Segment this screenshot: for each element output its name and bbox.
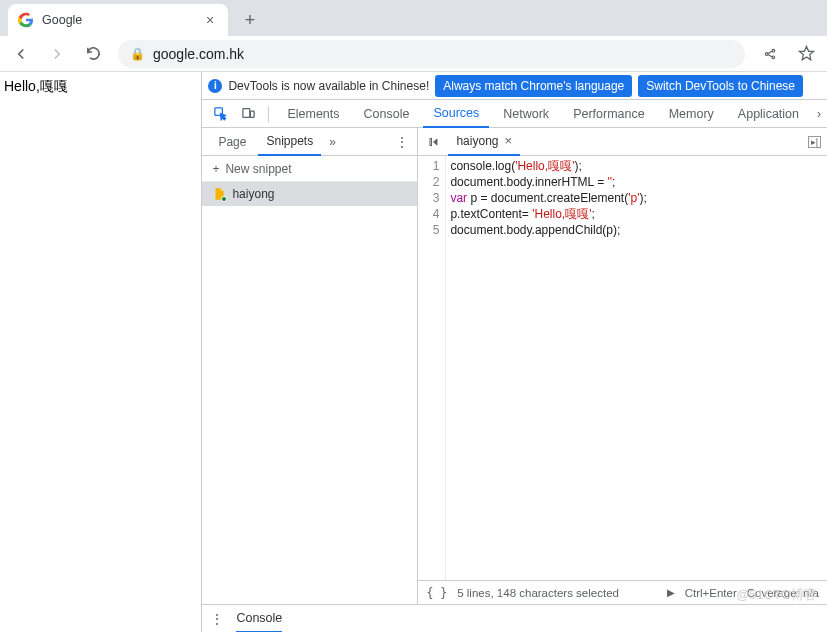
- editor-pane: haiyong × ▸| 12345 console.log('Hello,嘎嘎…: [418, 128, 827, 604]
- switch-chinese-button[interactable]: Switch DevTools to Chinese: [638, 75, 803, 97]
- svg-rect-1: [243, 109, 250, 118]
- run-icon[interactable]: ▶: [667, 587, 675, 598]
- selection-info: 5 lines, 148 characters selected: [457, 587, 619, 599]
- editor-status-bar: { } 5 lines, 148 characters selected ▶ C…: [418, 580, 827, 604]
- banner-message: DevTools is now available in Chinese!: [228, 79, 429, 93]
- nav-tab-snippets[interactable]: Snippets: [258, 128, 321, 156]
- drawer-menu-icon[interactable]: ⋮: [210, 611, 224, 627]
- tab-strip: Google × +: [0, 0, 827, 36]
- bookmark-icon[interactable]: [795, 43, 817, 65]
- line-gutter: 12345: [418, 156, 446, 580]
- tab-elements[interactable]: Elements: [277, 100, 349, 128]
- tab-title: Google: [42, 13, 82, 27]
- page-body: Hello,嘎嘎: [0, 72, 201, 632]
- run-hint: Ctrl+Enter: [685, 587, 737, 599]
- inspect-element-icon[interactable]: [208, 102, 232, 126]
- device-toggle-icon[interactable]: [236, 102, 260, 126]
- snippet-item[interactable]: haiyong: [202, 182, 417, 206]
- editor-prev-icon[interactable]: [424, 132, 444, 152]
- navigator-menu-icon[interactable]: ⋮: [395, 134, 409, 150]
- reload-button[interactable]: [82, 43, 104, 65]
- tab-close-icon[interactable]: ×: [202, 12, 218, 28]
- tab-network[interactable]: Network: [493, 100, 559, 128]
- tab-sources[interactable]: Sources: [423, 100, 489, 128]
- info-icon: i: [208, 79, 222, 93]
- editor-tab-close-icon[interactable]: ×: [504, 133, 512, 148]
- share-icon[interactable]: [759, 43, 781, 65]
- plus-icon: +: [212, 162, 219, 176]
- navigator-pane: Page Snippets » ⋮ + New snippet haiyong: [202, 128, 418, 604]
- snippet-name: haiyong: [232, 187, 274, 201]
- language-banner: i DevTools is now available in Chinese! …: [202, 72, 827, 100]
- coverage-info: Coverage: n/a: [747, 587, 819, 599]
- code-content: console.log('Hello,嘎嘎'); document.body.i…: [446, 156, 827, 580]
- url-text: google.com.hk: [153, 46, 244, 62]
- tab-application[interactable]: Application: [728, 100, 809, 128]
- console-drawer: ⋮ Console: [202, 604, 827, 632]
- format-icon[interactable]: { }: [426, 586, 447, 600]
- lock-icon: 🔒: [130, 47, 145, 61]
- new-snippet-label: New snippet: [225, 162, 291, 176]
- more-tabs-icon[interactable]: »: [329, 135, 336, 149]
- tab-performance[interactable]: Performance: [563, 100, 655, 128]
- match-language-button[interactable]: Always match Chrome's language: [435, 75, 632, 97]
- devtools-tabs: Elements Console Sources Network Perform…: [202, 100, 827, 128]
- drawer-tab-console[interactable]: Console: [236, 605, 282, 633]
- google-favicon-icon: [18, 12, 34, 28]
- chevron-right-icon[interactable]: ›: [817, 107, 821, 121]
- editor-expand-icon[interactable]: ▸|: [808, 136, 821, 148]
- forward-button[interactable]: [46, 43, 68, 65]
- code-editor[interactable]: 12345 console.log('Hello,嘎嘎'); document.…: [418, 156, 827, 580]
- snippet-file-icon: [212, 187, 226, 201]
- back-button[interactable]: [10, 43, 32, 65]
- editor-tab-name: haiyong: [456, 134, 498, 148]
- devtools-panel: i DevTools is now available in Chinese! …: [201, 72, 827, 632]
- editor-tab[interactable]: haiyong ×: [448, 128, 520, 156]
- address-bar[interactable]: 🔒 google.com.hk: [118, 40, 745, 68]
- svg-rect-3: [430, 138, 432, 145]
- tab-memory[interactable]: Memory: [659, 100, 724, 128]
- nav-tab-page[interactable]: Page: [210, 128, 254, 156]
- browser-tab[interactable]: Google ×: [8, 4, 228, 36]
- new-snippet-button[interactable]: + New snippet: [202, 156, 417, 182]
- tab-console[interactable]: Console: [354, 100, 420, 128]
- browser-toolbar: 🔒 google.com.hk: [0, 36, 827, 72]
- new-tab-button[interactable]: +: [236, 6, 264, 34]
- page-text: Hello,嘎嘎: [4, 78, 68, 94]
- separator: [268, 106, 269, 122]
- svg-rect-2: [250, 111, 254, 117]
